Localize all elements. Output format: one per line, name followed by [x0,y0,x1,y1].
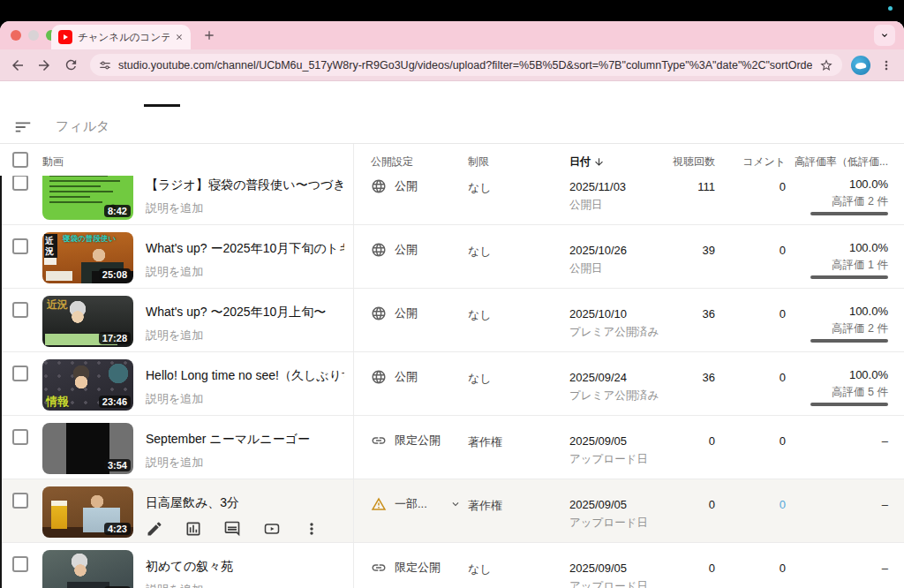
minimize-window-button[interactable] [28,30,39,41]
visibility-cell[interactable]: 限定公開 [371,433,441,449]
visibility-cell[interactable]: 公開 [371,178,418,194]
visibility-cell[interactable]: 一部... [371,496,462,512]
video-thumbnail[interactable]: 近況 17:28 [42,296,133,347]
add-description-link[interactable]: 説明を追加 [146,264,344,280]
date-value: 2025/09/24 [569,371,627,384]
views-count: 36 [636,307,715,320]
comments-count: 0 [724,180,786,193]
video-thumbnail[interactable]: 情報 23:46 [42,359,133,411]
add-description-link[interactable]: 説明を追加 [146,391,344,407]
views-count: 0 [636,562,715,575]
bookmark-star-icon[interactable] [819,58,833,72]
video-title[interactable]: Hello! Long time no see!（久しぶりすぎて... [146,368,344,384]
row-checkbox[interactable] [12,366,28,381]
comments-icon[interactable] [223,520,241,538]
date-value: 2025/09/05 [569,498,627,511]
row-checkbox[interactable] [12,429,28,445]
profile-avatar[interactable] [851,56,870,75]
tab-close-icon[interactable] [175,33,184,41]
video-thumbnail[interactable]: 3:57 [42,550,133,588]
comments-count: 0 [724,244,786,257]
visibility-cell[interactable]: 公開 [371,369,418,385]
views-count: 0 [636,498,715,511]
add-description-link[interactable]: 説明を追加 [146,455,344,471]
like-count-label: 高評価 1 件 [778,260,888,271]
header-date-label: 日付 [569,155,591,170]
new-tab-button[interactable] [201,27,217,43]
thumbnail-overlay-text: 情報 [46,396,69,409]
add-description-link[interactable]: 説明を追加 [146,582,344,588]
thumbnail-overlay-text: 近況 [44,234,57,258]
row-checkbox[interactable] [12,302,28,318]
youtube-watch-icon[interactable] [262,520,282,538]
thumbnail-overlay-text: 近況 [47,299,68,312]
forward-icon[interactable] [34,55,55,76]
comments-count: 0 [724,371,786,384]
header-restrictions: 制限 [468,155,489,170]
sort-descending-arrow-icon [593,156,605,168]
video-thumbnail[interactable]: 寝袋の普段使い近況 25:08 [42,232,133,283]
visibility-label: 公開 [395,369,418,385]
back-icon[interactable] [7,55,28,76]
visibility-cell[interactable]: 公開 [371,305,418,321]
date-value: 2025/09/05 [569,434,627,448]
row-checkbox[interactable] [12,176,28,191]
add-description-link[interactable]: 説明を追加 [146,200,344,216]
close-window-button[interactable] [11,30,21,41]
date-type-label: アップロード日 [569,579,648,588]
video-thumbnail[interactable]: 8:42 [42,176,133,220]
row-checkbox[interactable] [12,493,28,509]
analytics-icon[interactable] [185,520,202,538]
row-checkbox[interactable] [12,556,28,572]
date-value: 2025/09/05 [569,562,627,575]
like-rate-cell: 100.0% 高評価 2 件 [778,178,888,215]
video-title[interactable]: What's up? ー2025年10月下旬のトキー [146,241,344,257]
visibility-cell[interactable]: 限定公開 [371,560,441,576]
video-duration-badge: 4:23 [104,523,131,535]
site-settings-icon[interactable] [99,59,111,72]
tab-search-chevron-icon[interactable] [874,25,895,46]
restrictions-value: 著作権 [468,434,502,450]
video-title[interactable]: 【ラジオ】寝袋の普段使い〜つづき〜、ナ... [146,177,344,193]
browser-tab[interactable]: チャンネルのコンテンツ - YouTu [51,25,191,49]
video-row: 4:23 日高屋飲み、3分 一部... 著作権 2025/09/05 アップロー… [0,479,904,543]
views-count: 111 [636,180,715,193]
video-duration-badge: 3:54 [104,459,131,471]
video-thumbnail[interactable]: 4:23 [42,486,133,538]
edit-icon[interactable] [146,520,163,538]
select-all-checkbox[interactable] [12,152,28,168]
filter-placeholder: フィルタ [56,118,109,135]
visibility-label: 限定公開 [395,560,441,576]
restrictions-value: なし [468,371,492,387]
date-type-label: 公開日 [569,261,603,276]
video-title[interactable]: 初めての叙々苑 [146,559,344,575]
browser-menu-icon[interactable] [876,55,897,76]
video-info: 初めての叙々苑 説明を追加 [146,559,344,588]
chevron-down-icon[interactable] [449,498,462,510]
visibility-cell[interactable]: 公開 [371,242,418,258]
left-edge-line [0,176,2,588]
video-title[interactable]: September ニーマルニーゴー [146,432,344,448]
header-like-rate: 高評価率（低評価... [778,155,888,170]
video-thumbnail[interactable]: 3:54 [42,423,133,474]
filter-bar[interactable]: フィルタ [0,110,904,144]
views-count: 0 [636,434,715,448]
table-header: 動画 公開設定 制限 日付 視聴回数 コメント 高評価率（低評価... [0,144,904,177]
visibility-label: 限定公開 [395,433,441,449]
add-description-link[interactable]: 説明を追加 [146,328,344,343]
warning-icon [371,496,387,512]
comments-count: 0 [724,307,786,320]
address-bar[interactable]: studio.youtube.com/channel/UCbM6u_517yW8… [90,54,842,76]
restrictions-value: なし [468,307,492,323]
video-title[interactable]: 日高屋飲み、3分 [146,495,344,511]
link-unlisted-icon [371,560,387,576]
video-title[interactable]: What's up? 〜2025年10月上旬〜 [146,305,344,320]
more-options-icon[interactable] [303,520,320,538]
header-date-sort[interactable]: 日付 [569,155,605,170]
row-checkbox[interactable] [12,238,28,254]
like-count-label: 高評価 2 件 [778,196,888,207]
screen: { "browser": { "tab_title": "チャンネルのコンテンツ… [0,0,904,588]
comments-count[interactable]: 0 [724,498,786,511]
browser-window: チャンネルのコンテンツ - YouTu studio.youtube.com/c… [0,21,904,588]
reload-icon[interactable] [60,55,81,76]
